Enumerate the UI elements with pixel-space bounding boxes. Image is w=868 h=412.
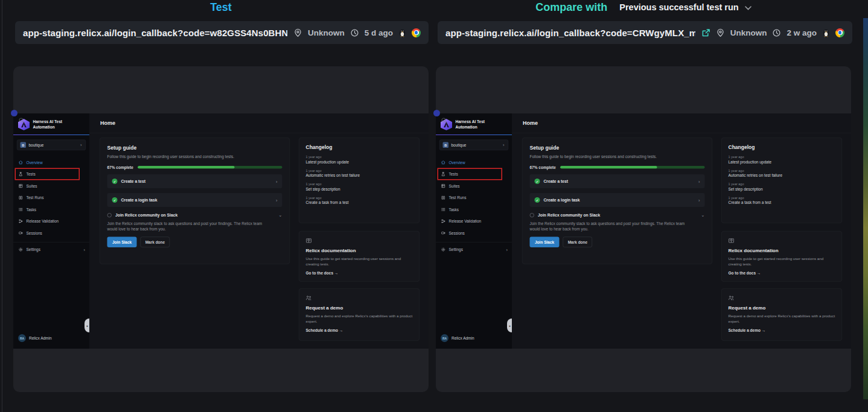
branch-icon	[19, 219, 24, 224]
chevron-down-icon	[745, 6, 752, 10]
sidebar-item-overview[interactable]: Overview	[436, 157, 512, 168]
join-slack-button[interactable]: Join Slack	[107, 236, 137, 247]
sidebar-item-label: Settings	[27, 247, 40, 252]
arrow-right-icon: →	[334, 271, 339, 276]
docs-description: Use this guide to get started recording …	[729, 256, 835, 267]
user-menu[interactable]: RA Relicx Admin	[436, 334, 512, 349]
changelog-entry: 1 year ago Automatic retries on test fai…	[306, 169, 413, 178]
zoom-cursor-icon	[18, 117, 25, 124]
zoom-cursor-icon	[441, 117, 448, 124]
changelog-entry: 1 year ago Latest production update	[306, 155, 413, 164]
sidebar-item-label: Tasks	[27, 207, 37, 212]
schedule-demo-link[interactable]: Schedule a demo →	[306, 328, 413, 333]
check-circle-icon: ✓	[112, 197, 118, 203]
changelog-entry: 1 year ago Create a task from a test	[306, 196, 413, 205]
columns-icon	[441, 195, 446, 200]
list-icon	[19, 207, 24, 212]
home-icon	[19, 160, 24, 165]
project-name: boutique	[452, 143, 467, 148]
mark-done-button[interactable]: Mark done	[563, 236, 593, 247]
cursor-position-marker	[433, 110, 440, 116]
sidebar-item-sessions[interactable]: Sessions	[436, 228, 512, 238]
chevron-right-icon: ›	[698, 179, 700, 184]
left-run-location: Unknown	[308, 28, 345, 37]
progress-track	[138, 166, 282, 169]
sidebar-item-suites[interactable]: Suites	[13, 181, 89, 191]
setup-step-create-test[interactable]: ✓ Create a test ›	[107, 174, 282, 188]
sidebar-item-tasks[interactable]: Tasks	[436, 204, 512, 215]
project-selector[interactable]: B boutique ›	[17, 140, 86, 151]
slack-step-description: Join the Relicx community slack to ask q…	[530, 221, 705, 232]
sidebar-item-test-runs[interactable]: Test Runs	[436, 192, 512, 203]
sidebar-item-suites[interactable]: Suites	[436, 181, 512, 191]
compare-run-dropdown[interactable]: Previous successful test run	[619, 2, 751, 12]
check-circle-icon: ✓	[535, 179, 540, 184]
list-icon	[441, 207, 446, 212]
changelog-entry: 1 year ago Automatic retries on test fai…	[729, 169, 835, 178]
sidebar-item-sessions[interactable]: Sessions	[13, 228, 89, 238]
sidebar-item-tests[interactable]: Tests	[436, 169, 512, 179]
chevron-right-icon: ›	[506, 247, 512, 252]
user-name: Relicx Admin	[29, 336, 52, 341]
documentation-card: Relicx documentation Use this guide to g…	[721, 231, 842, 282]
go-to-docs-link[interactable]: Go to the docs →	[306, 271, 413, 276]
incomplete-circle-icon	[107, 213, 112, 218]
check-circle-icon: ✓	[535, 197, 540, 203]
slack-step-header[interactable]: Join Relicx community on Slack ⌄	[530, 212, 705, 218]
columns-icon	[19, 195, 24, 200]
left-run-url-bar[interactable]: app-staging.relicx.ai/login_callback?cod…	[15, 21, 429, 44]
sidebar-item-settings[interactable]: Settings ›	[13, 244, 89, 255]
left-column-title: Test	[13, 0, 429, 14]
sidebar-item-release-validation[interactable]: Release Validation	[13, 216, 89, 226]
progress-label: 67% complete	[530, 165, 556, 170]
sidebar-item-settings[interactable]: Settings ›	[436, 244, 512, 255]
sidebar-item-release-validation[interactable]: Release Validation	[436, 216, 512, 226]
slack-step-description: Join the Relicx community slack to ask q…	[107, 221, 282, 232]
right-run-url-bar[interactable]: app-staging.relicx.ai/login_callback?cod…	[438, 21, 852, 44]
beaker-icon	[19, 172, 24, 177]
user-menu[interactable]: RA Relicx Admin	[13, 334, 89, 349]
sidebar-item-label: Suites	[27, 183, 37, 188]
slack-step-header[interactable]: Join Relicx community on Slack ⌄	[107, 212, 282, 218]
sidebar-collapse-handle[interactable]: ◂	[85, 319, 89, 332]
go-to-docs-link[interactable]: Go to the docs →	[729, 271, 835, 276]
slack-step: Join Relicx community on Slack ⌄ Join th…	[107, 212, 282, 247]
chevron-right-icon: ›	[276, 197, 278, 203]
sidebar-item-tasks[interactable]: Tasks	[13, 204, 89, 215]
next-panel-edge-preview[interactable]	[863, 18, 868, 399]
changelog-entry: 1 year ago Set step description	[729, 182, 835, 191]
beaker-icon	[441, 172, 446, 177]
sidebar-item-test-runs[interactable]: Test Runs	[13, 192, 89, 203]
setup-step-create-test[interactable]: ✓ Create a test ›	[530, 174, 705, 188]
cursor-position-marker	[11, 110, 18, 116]
clock-icon	[350, 28, 359, 37]
schedule-demo-link[interactable]: Schedule a demo →	[729, 328, 835, 333]
right-screenshot-panel: Harness AI Test Automation B boutique › …	[436, 66, 851, 392]
sidebar-item-label: Sessions	[449, 230, 465, 235]
grid-icon	[19, 183, 24, 188]
compare-run-dropdown-value: Previous successful test run	[619, 2, 738, 12]
left-edge-divider	[2, 0, 2, 412]
join-slack-button[interactable]: Join Slack	[530, 236, 560, 247]
app-sidebar: Harness AI Test Automation B boutique › …	[13, 113, 89, 349]
project-selector[interactable]: B boutique ›	[439, 140, 508, 151]
setup-step-create-login-task[interactable]: ✓ Create a login task ›	[107, 193, 282, 207]
mark-done-button[interactable]: Mark done	[141, 236, 170, 247]
sidebar-item-overview[interactable]: Overview	[13, 157, 89, 168]
sidebar-item-tests[interactable]: Tests	[13, 169, 89, 179]
app-screenshot: Harness AI Test Automation B boutique › …	[436, 113, 851, 349]
page-title: Home	[523, 120, 538, 127]
left-screenshot-panel: Harness AI Test Automation B boutique › …	[13, 66, 429, 392]
people-icon	[306, 296, 312, 301]
chevron-right-icon: ›	[80, 142, 83, 148]
right-run-age: 2 w ago	[787, 28, 817, 37]
sidebar-collapse-handle[interactable]: ◂	[507, 319, 512, 332]
external-link-icon[interactable]	[701, 28, 710, 37]
setup-step-create-login-task[interactable]: ✓ Create a login task ›	[530, 193, 705, 207]
app-main: Home Setup guide Follow this guide to be…	[512, 113, 851, 349]
linux-penguin-icon	[822, 28, 830, 37]
changelog-entry: 1 year ago Latest production update	[729, 155, 835, 164]
setup-guide-card: Setup guide Follow this guide to begin r…	[522, 138, 712, 264]
grid-icon	[441, 183, 446, 188]
people-icon	[729, 296, 735, 301]
